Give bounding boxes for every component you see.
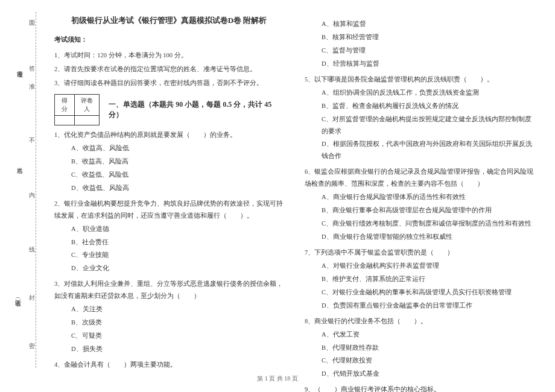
option: A、收益高、风险低 — [54, 142, 284, 154]
option: A、代发工资 — [305, 329, 534, 341]
grader-cell[interactable] — [74, 116, 100, 125]
instruction-item: 1、考试时间：120 分钟，本卷满分为 100 分。 — [54, 49, 284, 62]
option: C、对所监督管理的金融机构提出按照规定建立健全反洗钱内部控制制度的要求 — [305, 113, 534, 138]
instruction-item: 3、请仔细阅读各种题目的回答要求，在密封线内答题，否则不予评分。 — [54, 77, 284, 89]
score-table: 得分 评卷人 — [54, 94, 100, 125]
binding-char: 准 — [27, 78, 36, 81]
binding-char: 不 — [27, 133, 36, 135]
option: C、监督与管理 — [305, 45, 534, 57]
option: B、维护支付、清算系统的正常运行 — [305, 273, 534, 285]
binding-char: 答 — [27, 60, 36, 63]
option: B、社会责任 — [54, 236, 284, 248]
option: B、次级类 — [54, 317, 284, 329]
right-column: A、核算和监督 B、核算和经营管理 C、监督与管理 D、经营核算与监督 5、以下… — [293, 12, 543, 368]
binding-char-seal: 圆 — [27, 15, 36, 17]
question-stem: 9、（ ）商业银行考评体系中的核心指标。 — [305, 384, 534, 392]
option: A、核算和监督 — [305, 18, 534, 30]
option: D、商业银行合规管理智能的独立性和权威性 — [305, 231, 534, 243]
question-stem: 6、银监会应根据商业银行的合规记录及合规风险管理评报告，确定合同风险现场检查的频… — [305, 166, 534, 190]
binding-char: 密 — [27, 338, 36, 340]
question-stem: 4、金融会计具有（ ）两项主要功能。 — [54, 359, 284, 371]
option: C、代理财政投资 — [305, 355, 534, 367]
option: C、专业技能 — [54, 249, 284, 261]
binding-char: 封 — [27, 289, 36, 292]
option: D、损失类 — [54, 343, 284, 355]
exam-page: 初级银行从业考试《银行管理》真题模拟试卷D卷 附解析 考试须知： 1、考试时间：… — [36, 12, 543, 368]
option: A、商业银行合规风险管理体系的适当性和有效性 — [305, 191, 534, 203]
option: D、负责国有重点银行业金融监事会的日常管理工作 — [305, 300, 534, 312]
score-header-grader: 评卷人 — [74, 95, 100, 116]
question-stem: 1、优化资产负债品种结构的原则就是要发展（ ）的业务。 — [54, 129, 284, 141]
option: B、核算和经营管理 — [305, 31, 534, 43]
option: C、可疑类 — [54, 330, 284, 342]
score-section-row: 得分 评卷人 一、单选题（本题共 90 小题，每题 0.5 分，共计 45 分） — [54, 94, 284, 125]
page-footer: 第 1 页 共 18 页 — [0, 375, 555, 383]
left-column: 初级银行从业考试《银行管理》真题模拟试卷D卷 附解析 考试须知： 1、考试时间：… — [36, 12, 293, 368]
option: B、代理财政性存款 — [305, 342, 534, 354]
option: C、商业银行绩效考核制度、问责制度和诚信举报制度的适当性和有效性 — [305, 218, 534, 230]
option: C、对银行业金融机构的董事长和高级管理人员实行任职资格管理 — [305, 286, 534, 299]
exam-title: 初级银行从业考试《银行管理》真题模拟试卷D卷 附解析 — [54, 15, 284, 26]
option: A、对银行业金融机构实行并表监督管理 — [305, 260, 534, 272]
question-stem: 8、商业银行的代理业务不包括（ ）。 — [305, 315, 534, 327]
instruction-item: 2、请首先按要求在试卷的指定位置填写您的姓名、准考证号等信息。 — [54, 63, 284, 75]
option: C、收益低、风险低 — [54, 169, 284, 181]
option: A、关注类 — [54, 303, 284, 315]
binding-margin: 圆 答 准 不 内 线 封 密 准考证号 姓名 省（市区） — [12, 12, 36, 368]
score-header-score: 得分 — [55, 95, 75, 116]
option: D、企业文化 — [54, 262, 284, 274]
option: B、商业银行董事会和高级管理层在合规风险管理中的作用 — [305, 204, 534, 217]
question-stem: 2、银行业金融机构要想提升竞争力、构筑良好品牌优势的有效途径，实现可持续发展，在… — [54, 198, 284, 222]
section-title: 一、单选题（本题共 90 小题，每题 0.5 分，共计 45 分） — [109, 100, 284, 120]
question-stem: 7、下列选项中不属于银监会监管职责的是（ ） — [305, 247, 534, 259]
question-stem: 3、对借款人利用企业兼并、重组、分立等形式恶意逃废银行债务的授信余额，如没有逾期… — [54, 278, 284, 302]
notice-heading: 考试须知： — [54, 35, 284, 44]
question-stem: 5、以下哪项是国务院金融监督管理机构的反洗钱职责（ ）。 — [305, 74, 534, 86]
option: B、监督、检查金融机构履行反洗钱义务的情况 — [305, 100, 534, 112]
option: D、经营核算与监督 — [305, 58, 534, 70]
binding-char: 内 — [27, 187, 36, 189]
option: B、收益高、风险高 — [54, 156, 284, 168]
option: A、职业道德 — [54, 223, 284, 235]
option: D、收益低、风险高 — [54, 182, 284, 194]
score-cell[interactable] — [55, 116, 75, 125]
option: D、根据国务院授权，代表中国政府与外国政府和有关国际组织开展反洗钱合作 — [305, 138, 534, 162]
binding-char: 线 — [27, 241, 36, 244]
option: A、组织协调全国的反洗钱工作，负责反洗钱资金监测 — [305, 87, 534, 99]
